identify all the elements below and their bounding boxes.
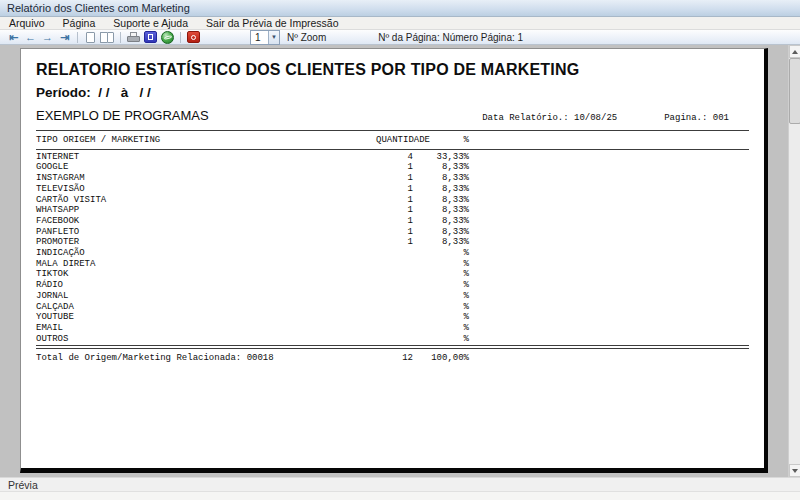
send-email-button[interactable] <box>160 31 175 44</box>
cell-percent: % <box>413 302 469 313</box>
cell-origem: TIKTOK <box>36 269 376 280</box>
zoom-label: Nº Zoom <box>287 32 326 43</box>
zoom-settings-button[interactable] <box>143 31 158 44</box>
toolbar-separator <box>180 32 181 43</box>
first-page-button[interactable]: ⇤ <box>6 31 21 44</box>
horizontal-rule <box>36 149 749 150</box>
single-page-icon <box>86 32 95 43</box>
total-quantidade: 12 <box>376 353 413 364</box>
last-page-button[interactable]: ⇥ <box>57 31 72 44</box>
table-row: FACEBOOK 1 8,33% <box>36 216 749 227</box>
cell-origem: CALÇADA <box>36 302 376 313</box>
company-name: EXEMPLO DE PROGRAMAS <box>36 108 482 123</box>
cell-quantidade: 1 <box>376 216 413 227</box>
column-header-origem: TIPO ORIGEM / MARKETING <box>36 135 376 146</box>
cell-origem: FACEBOOK <box>36 216 376 227</box>
last-page-icon: ⇥ <box>60 32 69 43</box>
cell-quantidade <box>376 269 413 280</box>
cell-origem: CARTÃO VISITA <box>36 195 376 206</box>
zoom-settings-icon <box>144 31 157 43</box>
table-row: GOOGLE 1 8,33% <box>36 162 749 173</box>
table-row: JORNAL % <box>36 291 749 302</box>
cell-percent: 8,33% <box>413 237 469 248</box>
table-row: RÁDIO % <box>36 280 749 291</box>
pdf-export-icon <box>187 31 200 43</box>
menu-pagina[interactable]: Página <box>54 17 105 30</box>
column-header-percent: % <box>413 135 469 146</box>
page-number-info: Nº da Página: Número Página: 1 <box>378 32 523 43</box>
status-strip <box>0 491 800 500</box>
toolbar-separator <box>120 32 121 43</box>
total-label: Total de Origem/Marketing Relacionada: 0… <box>36 353 376 364</box>
zoom-level-select[interactable]: 1 ▼ <box>250 30 280 45</box>
scroll-up-button[interactable] <box>789 45 800 58</box>
cell-quantidade: 1 <box>376 195 413 206</box>
pdf-export-button[interactable] <box>186 31 201 44</box>
cell-percent: 33,33% <box>413 152 469 163</box>
menu-bar: Arquivo Página Suporte e Ajuda Sair da P… <box>0 17 800 30</box>
cell-percent: % <box>413 312 469 323</box>
previous-page-icon: ← <box>25 32 36 43</box>
report-title: RELATORIO ESTATÍSTICO DOS CLIENTES POR T… <box>36 61 749 79</box>
report-date: Data Relatório.: 10/08/25 <box>482 113 622 123</box>
previous-page-button[interactable]: ← <box>23 31 38 44</box>
table-row: CALÇADA % <box>36 302 749 313</box>
report-period: Período: / / à / / <box>36 85 749 100</box>
next-page-button[interactable]: → <box>40 31 55 44</box>
two-page-view-button[interactable] <box>100 31 115 44</box>
toolbar-separator <box>77 32 78 43</box>
table-total-row: Total de Origem/Marketing Relacionada: 0… <box>36 353 749 364</box>
table-row: TIKTOK % <box>36 269 749 280</box>
menu-arquivo[interactable]: Arquivo <box>0 17 54 30</box>
scroll-down-button[interactable] <box>789 464 800 477</box>
next-page-icon: → <box>42 32 53 43</box>
report-page: RELATORIO ESTATÍSTICO DOS CLIENTES POR T… <box>20 48 768 473</box>
cell-origem: JORNAL <box>36 291 376 302</box>
chevron-down-icon: ▼ <box>271 34 277 40</box>
table-row: OUTROS % <box>36 334 749 345</box>
cell-origem: EMAIL <box>36 323 376 334</box>
table-header-row: TIPO ORIGEM / MARKETING QUANTIDADE % <box>36 131 749 149</box>
first-page-icon: ⇤ <box>9 32 18 43</box>
cell-origem: TELEVISÃO <box>36 184 376 195</box>
cell-quantidade: 1 <box>376 162 413 173</box>
arrow-down-icon <box>792 469 798 473</box>
table-row: YOUTUBE % <box>36 312 749 323</box>
table-row: MALA DIRETA % <box>36 259 749 270</box>
cell-quantidade: 1 <box>376 184 413 195</box>
menu-sair-da-previa[interactable]: Sair da Prévia de Impressão <box>197 17 347 30</box>
cell-origem: GOOGLE <box>36 162 376 173</box>
scrollbar-thumb[interactable] <box>789 58 800 124</box>
table-body: INTERNET 4 33,33% GOOGLE 1 8,33% INSTAGR… <box>36 152 749 345</box>
table-row: PROMOTER 1 8,33% <box>36 237 749 248</box>
cell-percent: 8,33% <box>413 195 469 206</box>
cell-origem: WHATSAPP <box>36 205 376 216</box>
status-bar: Prévia <box>0 477 800 491</box>
vertical-scrollbar[interactable] <box>788 45 800 477</box>
cell-origem: OUTROS <box>36 334 376 345</box>
table-row: INDICAÇÃO % <box>36 248 749 259</box>
cell-quantidade: 1 <box>376 237 413 248</box>
single-page-view-button[interactable] <box>83 31 98 44</box>
combo-dropdown-button[interactable]: ▼ <box>268 31 279 44</box>
window-title: Relatório dos Clientes com Marketing <box>7 2 190 14</box>
cell-percent: 8,33% <box>413 205 469 216</box>
cell-percent: % <box>413 269 469 280</box>
cell-quantidade: 1 <box>376 205 413 216</box>
cell-origem: RÁDIO <box>36 280 376 291</box>
toolbar: ⇤ ← → ⇥ 1 ▼ Nº Zoom Nº da Página: Número… <box>0 30 800 45</box>
total-percent: 100,00% <box>413 353 469 364</box>
cell-percent: % <box>413 280 469 291</box>
cell-percent: % <box>413 248 469 259</box>
menu-suporte-e-ajuda[interactable]: Suporte e Ajuda <box>104 17 197 30</box>
cell-percent: % <box>413 323 469 334</box>
window-titlebar[interactable]: Relatório dos Clientes com Marketing <box>0 0 800 17</box>
period-label: Período: <box>36 85 91 100</box>
zoom-level-value: 1 <box>251 32 268 43</box>
report-page-number: Pagina.: 001 <box>664 113 729 123</box>
cell-percent: % <box>413 291 469 302</box>
cell-percent: 8,33% <box>413 216 469 227</box>
double-rule <box>36 345 749 349</box>
print-button[interactable] <box>126 31 141 44</box>
send-email-icon <box>161 31 174 44</box>
